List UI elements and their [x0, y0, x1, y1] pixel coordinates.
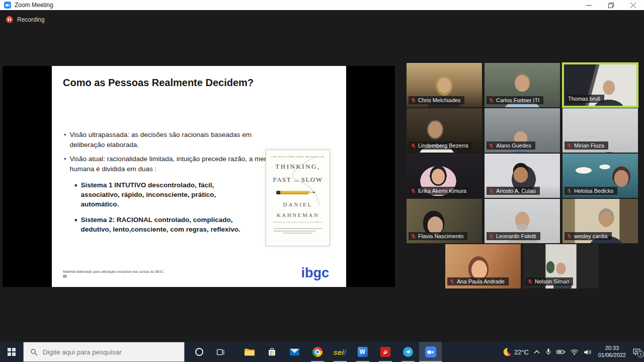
task-view-icon — [216, 348, 225, 356]
volume-tray-button[interactable] — [583, 348, 592, 356]
slide-bullet: • Visão atual: racionalidade limitada, i… — [64, 154, 288, 174]
video-tile[interactable]: Lindemberg Bezerra — [407, 108, 482, 153]
cortana-icon — [195, 348, 203, 356]
windows-logo-icon — [8, 348, 16, 356]
participant-nameplate: Thomas brull — [566, 95, 604, 103]
video-tile[interactable]: Alano Guedes — [485, 108, 560, 153]
taskbar-clock[interactable]: 20:33 01/06/2022 — [598, 345, 626, 359]
presentation-slide: Como as Pessoas Realmente Decidem? • Vis… — [52, 66, 346, 287]
video-tile[interactable]: Ana Paula Andrade — [445, 244, 521, 288]
participant-name: Heloisa Bedicks — [574, 188, 613, 194]
participant-nameplate: Ana Paula Andrade — [447, 277, 509, 285]
ibgc-logo: ibgc — [301, 265, 329, 281]
muted-mic-icon — [411, 234, 416, 239]
acrobat-icon — [380, 347, 390, 357]
battery-icon — [556, 348, 566, 355]
sei-icon: sei! — [334, 348, 347, 356]
sei-button[interactable]: sei! — [329, 342, 351, 362]
muted-mic-icon — [449, 279, 455, 284]
word-icon: W — [358, 347, 368, 357]
speaker-icon — [583, 348, 592, 356]
bullet-marker: • — [64, 154, 66, 174]
restore-button[interactable] — [600, 0, 622, 10]
slide-bullet: • Visão ultrapassada: as decisões são ra… — [64, 130, 288, 150]
slide-sub-bullet: ■ Sistema 1 INTUTIVO descontrolado, fáci… — [74, 181, 248, 209]
minimize-button[interactable] — [578, 0, 600, 10]
participant-name: Carlos Fortner ITI — [496, 97, 539, 103]
start-button[interactable] — [0, 342, 23, 362]
show-hidden-icons-button[interactable] — [533, 349, 540, 354]
book-author-line2: KAHNEMAN — [266, 212, 330, 218]
close-button[interactable] — [622, 0, 644, 10]
recording-icon — [6, 16, 13, 23]
task-view-button[interactable] — [210, 342, 231, 362]
muted-mic-icon — [489, 143, 494, 149]
video-tile-active-speaker[interactable]: Thomas brull — [562, 63, 638, 107]
participant-nameplate: Flavia Nascimento — [409, 232, 467, 240]
video-tile[interactable]: Carlos Fortner ITI — [485, 63, 560, 107]
slide-title: Como as Pessoas Realmente Decidem? — [63, 77, 254, 89]
slide-footer: Material elaborado para utilização exclu… — [63, 269, 164, 278]
video-tile[interactable]: Chris Melchiades — [407, 63, 482, 107]
window-title: Zoom Meeting — [15, 2, 53, 9]
participant-name: Leonardo Faletti — [496, 233, 536, 239]
video-tile[interactable]: Flavia Nascimento — [407, 199, 482, 243]
zoom-meeting-window: Zoom Meeting Recording Como as Pessoas R… — [0, 0, 644, 362]
windows-taskbar: sei! W 22°C — [0, 342, 644, 362]
microsoft-store-button[interactable] — [261, 342, 283, 362]
participant-name: Lindemberg Bezerra — [418, 142, 468, 149]
clock-date: 01/06/2022 — [598, 352, 626, 359]
muted-mic-icon — [411, 143, 416, 149]
participant-nameplate: Nelson Simao — [525, 277, 573, 285]
telegram-button[interactable] — [396, 342, 419, 362]
participant-name: Thomas brull — [568, 96, 600, 102]
participant-nameplate: Erika Akemi Kimura — [409, 187, 470, 195]
pinned-apps: sei! W — [238, 342, 442, 362]
file-explorer-button[interactable] — [238, 342, 261, 362]
search-input[interactable] — [43, 348, 169, 356]
participant-name: Mirian Fiuza — [574, 142, 604, 149]
video-tile[interactable]: Nelson Simao — [523, 244, 599, 288]
muted-mic-icon — [411, 98, 416, 103]
network-tray-button[interactable] — [570, 348, 579, 355]
participant-name: Flavia Nascimento — [418, 233, 463, 239]
bullet-marker: ■ — [74, 215, 77, 235]
book-title-line1: THINKING, — [266, 163, 330, 171]
chrome-icon — [312, 347, 323, 357]
participant-name: Chris Melchiades — [418, 97, 460, 103]
muted-mic-icon — [489, 98, 494, 103]
slide-sub-bullet: ■ Sistema 2: RACIONAL controlado, compli… — [74, 215, 248, 235]
weather-widget[interactable]: 22°C — [502, 347, 529, 356]
microsoft-store-icon — [267, 347, 277, 357]
recording-indicator: Recording — [6, 16, 45, 23]
acrobat-button[interactable] — [374, 342, 396, 362]
video-tile[interactable]: Heloisa Bedicks — [562, 154, 638, 198]
bullet-marker: ■ — [74, 181, 77, 209]
muted-mic-icon — [527, 279, 533, 284]
zoom-taskbar-button[interactable] — [419, 342, 442, 362]
taskbar-search[interactable] — [23, 342, 185, 362]
word-button[interactable]: W — [351, 342, 374, 362]
muted-mic-icon — [567, 188, 572, 194]
participant-name: Ana Paula Andrade — [457, 278, 505, 284]
video-tile[interactable]: Leonardo Faletti — [485, 199, 560, 243]
battery-tray-button[interactable] — [556, 348, 566, 355]
book-cover-thinking-fast-and-slow: THE NEW YORK TIMES BESTSELLER THINKING, … — [266, 150, 330, 246]
chrome-button[interactable] — [306, 342, 329, 362]
video-tile[interactable]: Ariosto A. Culau — [485, 154, 560, 198]
participant-nameplate: Lindemberg Bezerra — [409, 141, 472, 150]
cortana-button[interactable] — [189, 342, 210, 362]
microphone-tray-button[interactable] — [545, 348, 552, 356]
book-tagline: THE NEW YORK TIMES BESTSELLER — [266, 156, 330, 158]
participant-name: Alano Guedes — [496, 142, 531, 149]
system-tray: 22°C 20:33 01/06/2022 1 — [502, 342, 641, 362]
book-author-line1: DANIEL — [266, 201, 330, 207]
video-tile[interactable]: Mirian Fiuza — [562, 108, 638, 153]
video-tile[interactable]: Erika Akemi Kimura — [407, 154, 482, 198]
temperature: 22°C — [514, 348, 529, 356]
action-center-button[interactable]: 1 — [632, 348, 641, 356]
video-tile[interactable]: wesley cardia — [562, 199, 638, 243]
mail-button[interactable] — [283, 342, 306, 362]
screen-share-area: Como as Pessoas Realmente Decidem? • Vis… — [3, 66, 395, 287]
search-icon — [30, 348, 38, 356]
